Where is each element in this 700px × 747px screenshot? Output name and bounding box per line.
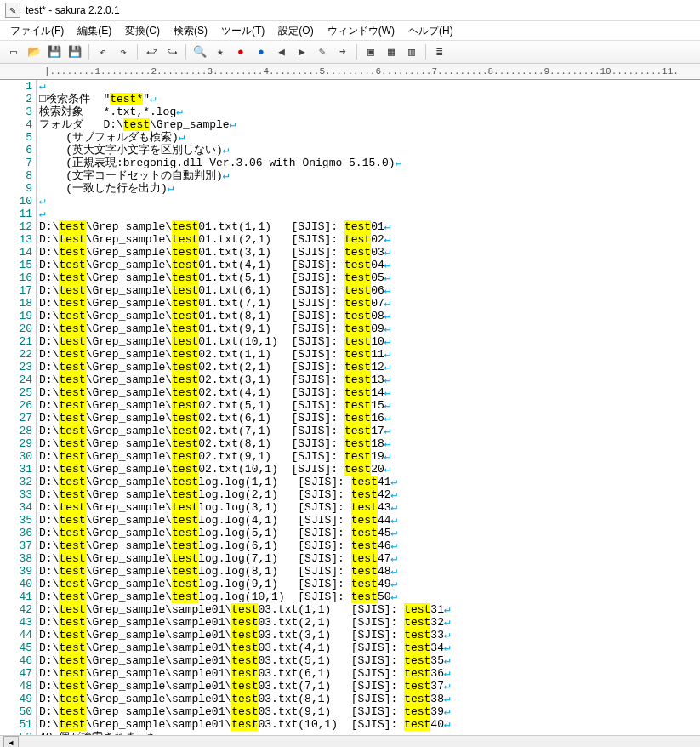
menu-item[interactable]: 変換(C)	[118, 21, 167, 41]
toolbar-separator	[88, 44, 89, 60]
redo-icon[interactable]: ↷	[114, 43, 133, 61]
save-all-icon[interactable]: 💾	[65, 43, 84, 61]
forward-icon[interactable]: ⮑	[162, 43, 181, 61]
open-icon[interactable]: 📂	[25, 43, 43, 61]
app-icon: ✎	[5, 3, 20, 18]
window1-icon[interactable]: ▣	[361, 43, 380, 61]
mark-red-icon[interactable]: ●	[231, 43, 250, 61]
title-bar: ✎ test* - sakura 2.2.0.1	[0, 0, 700, 21]
window3-icon[interactable]: ▥	[402, 43, 421, 61]
bookmark-icon[interactable]: ★	[211, 43, 230, 61]
toolbar-separator	[185, 44, 186, 60]
undo-icon[interactable]: ↶	[94, 43, 112, 61]
highlight-icon[interactable]: ✎	[313, 43, 332, 61]
menu-item[interactable]: 編集(E)	[71, 21, 118, 41]
status-bar: ◄	[0, 735, 700, 747]
search-icon[interactable]: 🔍	[191, 43, 209, 61]
window-title: test* - sakura 2.2.0.1	[26, 4, 120, 16]
scroll-left-button[interactable]: ◄	[3, 736, 19, 747]
doc-icon[interactable]: ≣	[430, 43, 449, 61]
menu-item[interactable]: ツール(T)	[214, 21, 271, 41]
menu-item[interactable]: 設定(O)	[271, 21, 320, 41]
menu-item[interactable]: ヘルプ(H)	[401, 21, 460, 41]
nav-prev-icon[interactable]: ◀	[272, 43, 291, 61]
line-number-gutter: 1 2 3 4 5 6 7 8 9 10 11 12 13 14 15 16 1…	[0, 80, 37, 735]
menu-bar: ファイル(F)編集(E)変換(C)検索(S)ツール(T)設定(O)ウィンドウ(W…	[0, 21, 700, 40]
mark-blue-icon[interactable]: ●	[252, 43, 270, 61]
nav-next-icon[interactable]: ▶	[293, 43, 311, 61]
text-content[interactable]: ↵ □検索条件 "test*"↵ 検索対象 *.txt,*.log↵ フォルダ …	[37, 80, 700, 735]
jump-icon[interactable]: ➜	[333, 43, 352, 61]
menu-item[interactable]: ファイル(F)	[3, 21, 71, 41]
toolbar-separator	[137, 44, 138, 60]
editor-area: 1 2 3 4 5 6 7 8 9 10 11 12 13 14 15 16 1…	[0, 80, 700, 735]
save-icon[interactable]: 💾	[45, 43, 64, 61]
ruler: |........1.........2.........3.........4…	[0, 64, 700, 80]
menu-item[interactable]: ウィンドウ(W)	[321, 21, 401, 41]
window2-icon[interactable]: ▦	[382, 43, 401, 61]
toolbar-separator	[425, 44, 426, 60]
menu-item[interactable]: 検索(S)	[167, 21, 214, 41]
new-icon[interactable]: ▭	[4, 43, 23, 61]
toolbar-separator	[356, 44, 357, 60]
back-icon[interactable]: ⮐	[142, 43, 161, 61]
toolbar: ▭📂💾💾↶↷⮐⮑🔍★●●◀▶✎➜▣▦▥≣	[0, 40, 700, 64]
